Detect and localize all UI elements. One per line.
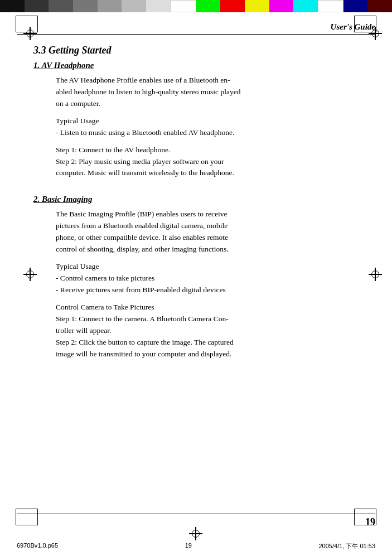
section-getting-started: 3.3 Getting Started 1. AV Headphone The … <box>33 45 359 360</box>
color-block-red <box>220 0 245 12</box>
color-block-5 <box>98 0 122 12</box>
av-paragraph-2: Typical Usage - Listen to music using a … <box>56 115 359 139</box>
color-block-green <box>196 0 221 12</box>
subsection-basic-imaging: 2. Basic Imaging The Basic Imaging Profi… <box>33 195 359 360</box>
imaging-paragraph-2: Typical Usage - Control camera to take p… <box>56 261 359 296</box>
color-block-darkred <box>367 0 392 12</box>
av-paragraph-3: Step 1: Connect to the AV headphone. Ste… <box>56 144 359 180</box>
page-footer: 19 <box>17 514 375 528</box>
main-content: 3.3 Getting Started 1. AV Headphone The … <box>33 45 359 511</box>
top-color-bar <box>0 0 392 12</box>
color-block-magenta <box>269 0 294 12</box>
av-paragraph-1: The AV Headphone Profile enables use of … <box>56 75 359 110</box>
imaging-paragraph-1: The Basic Imaging Profile (BIP) enables … <box>56 209 359 255</box>
color-block-white <box>318 0 343 12</box>
color-block-blue <box>343 0 368 12</box>
page-number: 19 <box>365 516 375 528</box>
color-block-3 <box>49 0 73 12</box>
subsection-av-headphone: 1. AV Headphone The AV Headphone Profile… <box>33 61 359 179</box>
color-block-yellow <box>245 0 269 12</box>
color-bar <box>196 0 393 12</box>
page-header: User's Guide <box>17 22 375 35</box>
color-block-1 <box>0 0 25 12</box>
subsection-heading-av: 1. AV Headphone <box>33 61 359 70</box>
footer-right-text: 2005/4/1, 下午 01:53 <box>318 542 375 550</box>
color-block-cyan <box>293 0 318 12</box>
imaging-paragraph-3: Control Camera to Take Pictures Step 1: … <box>56 302 359 360</box>
grayscale-bar <box>0 0 196 12</box>
color-block-8 <box>171 0 196 12</box>
color-block-6 <box>122 0 146 12</box>
color-block-2 <box>25 0 49 12</box>
footer-left-text: 6970Bv1.0.p65 <box>17 542 58 550</box>
header-title: User's Guide <box>331 22 375 32</box>
subsection-heading-imaging: 2. Basic Imaging <box>33 195 359 204</box>
color-block-7 <box>146 0 171 12</box>
footer-center-text: 19 <box>185 542 192 550</box>
bottom-footer-bar: 6970Bv1.0.p65 19 2005/4/1, 下午 01:53 <box>17 542 375 550</box>
section-heading: 3.3 Getting Started <box>33 45 359 56</box>
color-block-4 <box>73 0 98 12</box>
